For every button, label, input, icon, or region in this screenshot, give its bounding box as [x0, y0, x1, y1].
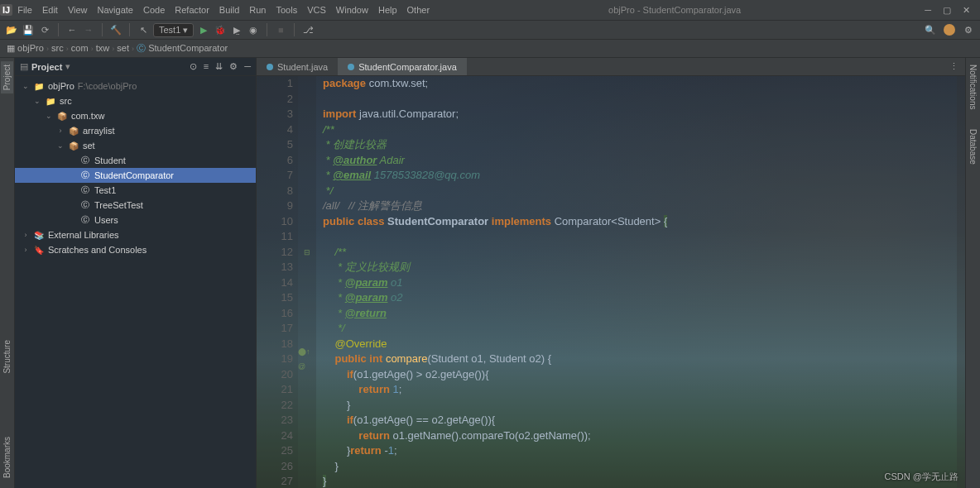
- debug-icon[interactable]: 🐞: [214, 23, 227, 36]
- line-number[interactable]: 10: [257, 214, 293, 230]
- tree-node[interactable]: ⒸStudent: [15, 153, 256, 168]
- menu-refactor[interactable]: Refactor: [170, 5, 214, 15]
- gutter-mark[interactable]: [298, 306, 316, 322]
- code-line[interactable]: * @author Adair: [323, 153, 957, 169]
- code-line[interactable]: * 创建比较器: [323, 137, 957, 153]
- tool-tab-project[interactable]: Project: [1, 61, 13, 93]
- line-number[interactable]: 24: [257, 428, 293, 444]
- code-line[interactable]: /**: [323, 245, 957, 261]
- menu-tools[interactable]: Tools: [271, 5, 303, 15]
- gutter-mark[interactable]: [298, 321, 316, 337]
- code-line[interactable]: * @return: [323, 306, 957, 322]
- tree-node[interactable]: ⌄📁src: [15, 93, 256, 108]
- code-editor[interactable]: 1234567891011121314151617181920212223242…: [257, 76, 965, 488]
- code-text[interactable]: package com.txw.set;import java.util.Com…: [316, 76, 957, 488]
- code-line[interactable]: /all/ // 注解警告信息: [323, 199, 957, 214]
- breadcrumb-segment[interactable]: com: [71, 43, 89, 53]
- gutter-mark[interactable]: [298, 260, 316, 275]
- project-tree[interactable]: ⌄📁objPro F:\code\objPro⌄📁src⌄📦com.txw›📦a…: [15, 76, 256, 488]
- gutter-mark[interactable]: [298, 398, 316, 414]
- line-number[interactable]: 22: [257, 398, 293, 414]
- code-line[interactable]: }return -1;: [323, 443, 957, 459]
- add-config-icon[interactable]: ↖: [137, 23, 150, 36]
- collapse-all-icon[interactable]: ⇊: [215, 61, 223, 72]
- gutter-mark[interactable]: [298, 184, 316, 199]
- menu-navigate[interactable]: Navigate: [93, 5, 138, 15]
- line-number[interactable]: 4: [257, 122, 293, 138]
- tree-node[interactable]: ›🔖Scratches and Consoles: [15, 242, 256, 257]
- breadcrumb-segment[interactable]: set: [117, 43, 129, 53]
- gutter-mark[interactable]: [298, 92, 316, 108]
- gutter-marks[interactable]: ⊟⬤↑ @: [298, 76, 316, 488]
- coverage-icon[interactable]: ▶̤: [230, 23, 243, 36]
- line-number[interactable]: 21: [257, 382, 293, 398]
- code-line[interactable]: if(o1.getAge() == o2.getAge()){: [323, 413, 957, 428]
- tree-node[interactable]: ⒸUsers: [15, 213, 256, 227]
- gutter-mark[interactable]: [298, 413, 316, 428]
- run-configuration-select[interactable]: Test1 ▾: [153, 23, 194, 37]
- gutter-mark[interactable]: [298, 443, 316, 459]
- gutter-mark[interactable]: [298, 382, 316, 398]
- code-line[interactable]: }: [323, 474, 957, 488]
- search-everywhere-icon[interactable]: 🔍: [924, 23, 937, 36]
- line-number[interactable]: 16: [257, 306, 293, 322]
- menu-vcs[interactable]: VCS: [302, 5, 331, 15]
- settings-icon[interactable]: ⚙: [962, 23, 975, 36]
- code-line[interactable]: }: [323, 398, 957, 414]
- maximize-button[interactable]: ▢: [943, 5, 951, 16]
- line-number[interactable]: 12: [257, 245, 293, 261]
- line-number[interactable]: 25: [257, 443, 293, 459]
- hide-sidebar-icon[interactable]: ─: [244, 61, 251, 72]
- gutter-mark[interactable]: ⊟: [298, 245, 316, 261]
- gutter-mark[interactable]: [298, 122, 316, 138]
- gutter-mark[interactable]: [298, 428, 316, 444]
- gutter-mark[interactable]: [298, 214, 316, 230]
- sidebar-toggle-icon[interactable]: ▤: [20, 61, 28, 72]
- line-number[interactable]: 23: [257, 413, 293, 428]
- code-line[interactable]: * @email 1578533828@qq.com: [323, 168, 957, 184]
- code-line[interactable]: if(o1.getAge() > o2.getAge()){: [323, 367, 957, 383]
- tool-tab-notifications[interactable]: Notifications: [967, 61, 979, 112]
- menu-help[interactable]: Help: [373, 5, 402, 15]
- line-number[interactable]: 6: [257, 153, 293, 169]
- code-line[interactable]: package com.txw.set;: [323, 76, 957, 92]
- code-line[interactable]: * 定义比较规则: [323, 260, 957, 275]
- line-number[interactable]: 7: [257, 168, 293, 184]
- line-number[interactable]: 9: [257, 199, 293, 214]
- tool-tab-bookmarks[interactable]: Bookmarks: [1, 433, 13, 481]
- menu-run[interactable]: Run: [244, 5, 271, 15]
- breadcrumb-segment[interactable]: txw: [96, 43, 110, 53]
- gutter-mark[interactable]: [298, 290, 316, 306]
- line-number[interactable]: 8: [257, 184, 293, 199]
- tree-node[interactable]: ⌄📁objPro F:\code\objPro: [15, 79, 256, 93]
- code-line[interactable]: * @param o1: [323, 275, 957, 291]
- sidebar-settings-icon[interactable]: ⚙: [229, 61, 238, 72]
- code-line[interactable]: /**: [323, 122, 957, 138]
- gutter-mark[interactable]: [298, 229, 316, 245]
- gutter-mark[interactable]: [298, 459, 316, 475]
- line-number[interactable]: 3: [257, 107, 293, 122]
- avatar-icon[interactable]: [944, 24, 955, 36]
- tool-tab-structure[interactable]: Structure: [1, 337, 13, 377]
- breadcrumb-segment[interactable]: Ⓒ StudentComparator: [137, 43, 228, 53]
- gutter-mark[interactable]: [298, 275, 316, 291]
- code-line[interactable]: public int compare(Student o1, Student o…: [323, 352, 957, 367]
- expand-all-icon[interactable]: ≡: [204, 61, 209, 72]
- tree-node[interactable]: ⒸTest1: [15, 183, 256, 198]
- run-icon[interactable]: ▶: [197, 23, 210, 36]
- gutter-mark[interactable]: [298, 199, 316, 214]
- menu-other[interactable]: Other: [402, 5, 435, 15]
- line-number[interactable]: 11: [257, 229, 293, 245]
- back-icon[interactable]: ←: [65, 23, 79, 36]
- editor-scrollbar[interactable]: [957, 76, 965, 488]
- code-line[interactable]: @Override: [323, 337, 957, 352]
- minimize-button[interactable]: ─: [925, 5, 931, 16]
- save-icon[interactable]: 💾: [22, 23, 35, 36]
- menu-file[interactable]: File: [12, 5, 37, 15]
- line-number[interactable]: 27: [257, 474, 293, 488]
- code-line[interactable]: */: [323, 184, 957, 199]
- code-line[interactable]: public class StudentComparator implement…: [323, 214, 957, 230]
- line-number-gutter[interactable]: 1234567891011121314151617181920212223242…: [257, 76, 298, 488]
- line-number[interactable]: 19: [257, 352, 293, 367]
- profile-icon[interactable]: ◉: [247, 23, 260, 36]
